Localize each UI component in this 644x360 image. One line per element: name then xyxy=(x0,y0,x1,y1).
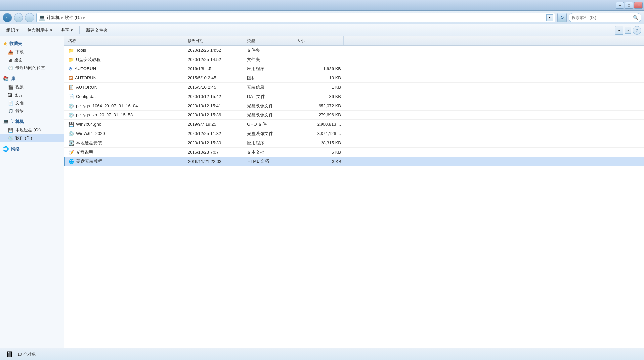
table-row[interactable]: 📝 光盘说明 2016/10/23 7:07 文本文档 5 KB xyxy=(64,148,644,157)
sidebar-item-desktop[interactable]: 🖥 桌面 xyxy=(0,56,64,64)
file-name-cell: 📝 光盘说明 xyxy=(66,149,185,155)
search-input[interactable] xyxy=(572,15,632,20)
breadcrumb[interactable]: 💻 计算机 ▶ 软件 (D:) ▶ ▾ xyxy=(36,13,555,22)
file-name-cell: 📋 AUTORUN xyxy=(66,85,185,90)
file-size: 1,926 KB xyxy=(323,66,341,71)
breadcrumb-dropdown[interactable]: ▾ xyxy=(546,14,553,21)
toolbar: 组织 ▾ 包含到库中 ▾ 共享 ▾ 新建文件夹 ≡ ▾ ? xyxy=(0,24,644,36)
forward-button[interactable]: → xyxy=(14,13,23,22)
file-size: 36 KB xyxy=(329,94,341,99)
table-row[interactable]: 💿 pe_yqs_xp_20_07_31_15_53 2020/10/12 15… xyxy=(64,111,644,120)
file-type: 光盘映像文件 xyxy=(247,103,273,109)
sidebar-item-pictures[interactable]: 🖼 图片 xyxy=(0,91,64,99)
file-date-cell: 2015/5/10 2:45 xyxy=(185,75,244,80)
file-size-cell: 1,926 KB xyxy=(294,66,344,71)
computer-sidebar-icon: 💻 xyxy=(3,119,9,125)
share-button[interactable]: 共享 ▾ xyxy=(57,26,77,35)
sidebar-item-music[interactable]: 🎵 音乐 xyxy=(0,107,64,115)
table-row[interactable]: 📋 AUTORUN 2015/5/10 2:45 安装信息 1 KB xyxy=(64,83,644,92)
ddrive-icon: 💿 xyxy=(8,136,13,141)
file-date: 2020/12/25 11:32 xyxy=(188,131,221,136)
file-name-cell: 💿 Win7x64_2020 xyxy=(66,131,185,136)
table-row[interactable]: 📄 Config.dat 2020/10/12 15:42 DAT 文件 36 … xyxy=(64,92,644,101)
cdrive-icon: 💾 xyxy=(8,128,13,133)
file-type-cell: GHO 文件 xyxy=(244,121,294,127)
breadcrumb-drive[interactable]: 软件 (D:) xyxy=(65,15,82,21)
search-bar[interactable]: 🔍 xyxy=(569,13,641,22)
file-name-cell: 📄 Config.dat xyxy=(66,94,185,99)
sidebar-favorites-header[interactable]: ★ 收藏夹 xyxy=(0,39,64,48)
window-controls: ─ □ ✕ xyxy=(616,2,643,9)
library-label: 库 xyxy=(11,76,15,82)
maximize-button[interactable]: □ xyxy=(625,2,633,9)
file-size-cell: 10 KB xyxy=(294,75,344,80)
sidebar-item-video[interactable]: 🎬 视频 xyxy=(0,83,64,91)
table-row[interactable]: 📁 Tools 2020/12/25 14:52 文件夹 xyxy=(64,46,644,55)
table-row[interactable]: 🌐 硬盘安装教程 2016/11/21 22:03 HTML 文档 3 KB xyxy=(64,157,644,166)
organize-button[interactable]: 组织 ▾ xyxy=(3,26,22,35)
share-arrow: ▾ xyxy=(71,28,73,33)
column-headers: 名称 修改日期 类型 大小 xyxy=(64,36,644,46)
include-lib-button[interactable]: 包含到库中 ▾ xyxy=(23,26,56,35)
file-name: U盘安装教程 xyxy=(76,57,101,63)
minimize-button[interactable]: ─ xyxy=(616,2,624,9)
breadcrumb-computer[interactable]: 计算机 xyxy=(47,15,60,21)
sidebar: ★ 收藏夹 📥 下载 🖥 桌面 🕐 最近访问的位置 📚 库 xyxy=(0,36,64,348)
sidebar-item-downloads[interactable]: 📥 下载 xyxy=(0,48,64,56)
col-header-name[interactable]: 名称 xyxy=(66,36,185,45)
search-icon[interactable]: 🔍 xyxy=(633,15,638,20)
new-folder-button[interactable]: 新建文件夹 xyxy=(82,26,111,35)
table-row[interactable]: 💿 Win7x64_2020 2020/12/25 11:32 光盘映像文件 3… xyxy=(64,129,644,138)
back-button[interactable]: ← xyxy=(3,13,12,22)
file-type-cell: 光盘映像文件 xyxy=(244,103,294,109)
sidebar-item-documents[interactable]: 📄 文档 xyxy=(0,99,64,107)
view-button[interactable]: ≡ xyxy=(615,26,623,35)
status-bar: 🖥 13 个对象 xyxy=(0,348,644,360)
help-button[interactable]: ? xyxy=(633,26,641,35)
cdrive-label: 本地磁盘 (C:) xyxy=(15,127,41,133)
desktop-label: 桌面 xyxy=(14,57,23,63)
col-header-type[interactable]: 类型 xyxy=(244,36,294,45)
table-row[interactable]: ⚙ AUTORUN 2016/1/8 4:54 应用程序 1,926 KB xyxy=(64,64,644,73)
col-header-date[interactable]: 修改日期 xyxy=(185,36,244,45)
sidebar-section-computer: 💻 计算机 💾 本地磁盘 (C:) 💿 软件 (D:) xyxy=(0,117,64,142)
refresh-button[interactable]: ↻ xyxy=(557,13,567,22)
file-type: 应用程序 xyxy=(247,140,264,146)
up-button[interactable]: ↑ xyxy=(25,13,34,22)
table-row[interactable]: 📁 U盘安装教程 2020/12/25 14:52 文件夹 xyxy=(64,55,644,64)
computer-label: 计算机 xyxy=(11,119,24,125)
documents-label: 文档 xyxy=(15,100,24,106)
sidebar-computer-header[interactable]: 💻 计算机 xyxy=(0,117,64,126)
col-header-size[interactable]: 大小 xyxy=(294,36,344,45)
file-icon: 📄 xyxy=(68,94,74,99)
table-row[interactable]: 🖼 AUTORUN 2015/5/10 2:45 图标 10 KB xyxy=(64,73,644,83)
file-name: 光盘说明 xyxy=(76,149,93,155)
close-button[interactable]: ✕ xyxy=(634,2,643,9)
sidebar-item-recent[interactable]: 🕐 最近访问的位置 xyxy=(0,64,64,72)
file-date: 2020/10/12 15:36 xyxy=(188,112,221,117)
file-size-cell: 279,696 KB xyxy=(294,112,344,117)
table-row[interactable]: 💾 Win7x64.gho 2019/9/7 19:25 GHO 文件 2,90… xyxy=(64,120,644,129)
file-size: 1 KB xyxy=(332,85,341,90)
file-size: 28,315 KB xyxy=(321,140,341,145)
view-dropdown[interactable]: ▾ xyxy=(625,27,631,34)
sidebar-network-header[interactable]: 🌐 网络 xyxy=(0,145,64,153)
file-size: 5 KB xyxy=(332,150,341,155)
bc-sep-2: ▶ xyxy=(83,16,86,19)
toolbar-separator xyxy=(79,26,80,34)
file-type-cell: DAT 文件 xyxy=(244,94,294,100)
sidebar-item-ddrive[interactable]: 💿 软件 (D:) xyxy=(0,134,64,142)
file-type: 图标 xyxy=(247,75,256,81)
file-name: AUTORUN xyxy=(76,85,97,90)
file-date: 2019/9/7 19:25 xyxy=(188,122,216,127)
sidebar-library-header[interactable]: 📚 库 xyxy=(0,74,64,83)
table-row[interactable]: 💿 pe_yqs_1064_20_07_31_16_04 2020/10/12 … xyxy=(64,101,644,111)
sidebar-item-cdrive[interactable]: 💾 本地磁盘 (C:) xyxy=(0,126,64,134)
file-name-cell: 🖼 AUTORUN xyxy=(66,75,185,81)
documents-icon: 📄 xyxy=(8,101,13,106)
table-row[interactable]: 💽 本地硬盘安装 2020/10/12 15:30 应用程序 28,315 KB xyxy=(64,138,644,148)
ddrive-label: 软件 (D:) xyxy=(15,135,32,141)
file-name-cell: 💿 pe_yqs_xp_20_07_31_15_53 xyxy=(66,112,185,118)
file-size: 279,696 KB xyxy=(319,112,341,117)
file-type: 文件夹 xyxy=(247,57,260,63)
